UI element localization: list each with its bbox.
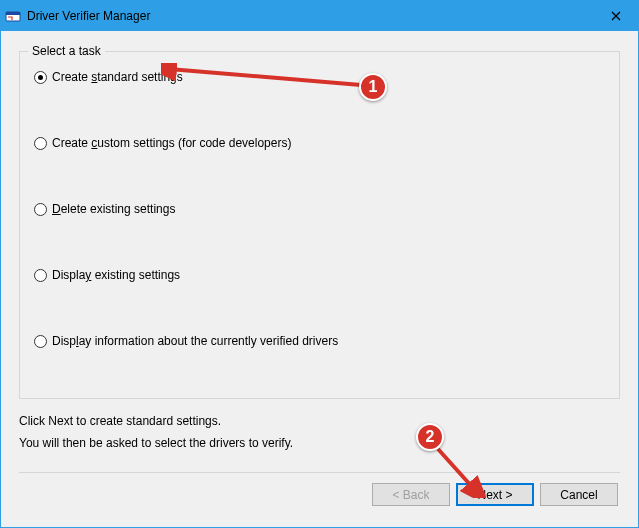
- svg-rect-1: [6, 12, 20, 15]
- titlebar: Driver Verifier Manager: [1, 1, 638, 31]
- radio-label: Create custom settings (for code develop…: [52, 136, 291, 150]
- radio-display-existing[interactable]: Display existing settings: [34, 268, 605, 282]
- annotation-badge-1: 1: [359, 73, 387, 101]
- divider: [19, 472, 620, 473]
- cancel-button[interactable]: Cancel: [540, 483, 618, 506]
- radio-label: Display existing settings: [52, 268, 180, 282]
- close-button[interactable]: [593, 1, 638, 31]
- annotation-badge-2: 2: [416, 423, 444, 451]
- radio-icon: [34, 71, 47, 84]
- info-text: Click Next to create standard settings. …: [19, 411, 620, 454]
- radio-icon: [34, 137, 47, 150]
- task-groupbox: Select a task Create standard settings C…: [19, 51, 620, 399]
- annotation-arrow-2: [426, 443, 486, 498]
- dialog-content: Select a task Create standard settings C…: [1, 31, 638, 527]
- svg-line-2: [169, 69, 361, 85]
- info-line: Click Next to create standard settings.: [19, 411, 620, 433]
- radio-delete-existing[interactable]: Delete existing settings: [34, 202, 605, 216]
- groupbox-legend: Select a task: [28, 44, 105, 58]
- radio-create-custom[interactable]: Create custom settings (for code develop…: [34, 136, 605, 150]
- radio-icon: [34, 203, 47, 216]
- window-title: Driver Verifier Manager: [27, 9, 593, 23]
- radio-label: Delete existing settings: [52, 202, 175, 216]
- radio-icon: [34, 269, 47, 282]
- info-line: You will then be asked to select the dri…: [19, 433, 620, 455]
- annotation-arrow-1: [161, 63, 371, 93]
- radio-icon: [34, 335, 47, 348]
- app-icon: [5, 8, 21, 24]
- radio-label: Display information about the currently …: [52, 334, 338, 348]
- radio-display-info[interactable]: Display information about the currently …: [34, 334, 605, 348]
- svg-line-3: [438, 449, 474, 489]
- button-row: < Back Next > Cancel: [19, 483, 620, 506]
